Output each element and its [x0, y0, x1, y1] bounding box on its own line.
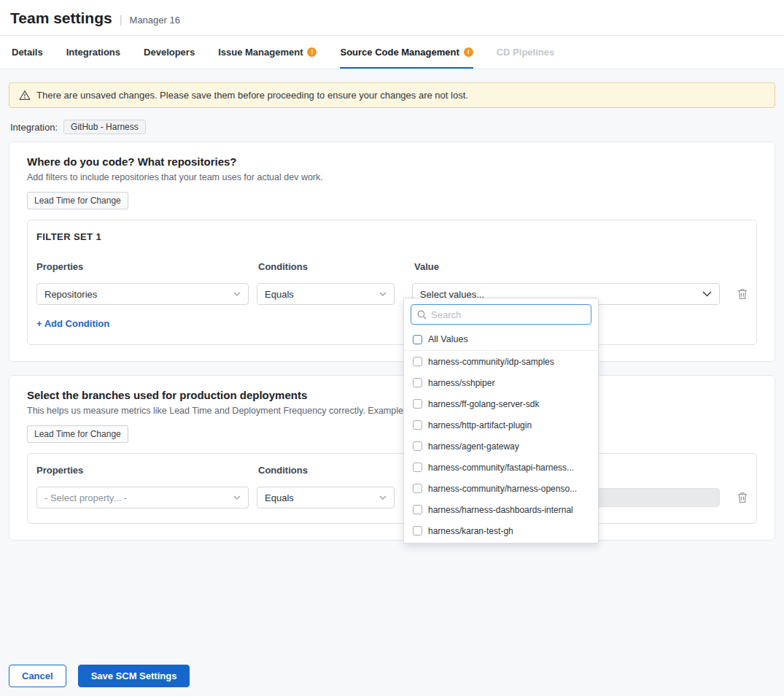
option-label: harness-community/fastapi-harness...	[428, 463, 574, 473]
chevron-down-icon	[702, 291, 712, 297]
dropdown-search-box	[411, 304, 591, 325]
warning-badge-icon: !	[307, 47, 317, 57]
checkbox-icon[interactable]	[413, 357, 422, 366]
branches-card-title: Select the branches used for production …	[27, 389, 757, 401]
property-select-value: Repositories	[44, 289, 97, 300]
branches-card-subtitle: This helps us measure metrics like Lead …	[27, 406, 757, 416]
repositories-card-subtitle: Add filters to include repositories that…	[27, 172, 757, 182]
integration-label: Integration:	[10, 122, 58, 133]
tab-issue-management[interactable]: Issue Management !	[218, 36, 317, 69]
repositories-card-title: Where do you code? What repositories?	[27, 155, 757, 168]
checkbox-icon[interactable]	[413, 526, 422, 535]
checkbox-icon[interactable]	[413, 484, 422, 493]
integration-chip[interactable]: GitHub - Harness	[63, 120, 146, 134]
tab-source-code-management[interactable]: Source Code Management !	[340, 36, 473, 69]
branches-filter-set: Properties Conditions - Select property.…	[27, 453, 757, 524]
dropdown-option[interactable]: harness/sshpiper	[404, 372, 598, 393]
filter-set-1: FILTER SET 1 Properties Conditions Value…	[27, 220, 757, 345]
integration-row: Integration: GitHub - Harness	[10, 120, 774, 134]
tab-label: Source Code Management	[340, 47, 459, 58]
page-subtitle: Manager 16	[130, 15, 180, 26]
tab-integrations[interactable]: Integrations	[66, 36, 120, 69]
condition-select[interactable]: Equals	[257, 283, 395, 305]
checkbox-icon[interactable]	[413, 335, 422, 344]
condition-select-value: Equals	[265, 289, 294, 300]
property-select-placeholder: - Select property... -	[44, 492, 127, 503]
search-input[interactable]	[431, 309, 585, 320]
option-label: harness/ff-golang-server-sdk	[428, 399, 540, 409]
dropdown-option[interactable]: harness-community/idp-samples	[404, 351, 598, 372]
option-label: harness/harness-dashboards-internal	[428, 505, 573, 515]
main-content: There are unsaved changes. Please save t…	[0, 82, 784, 541]
repositories-card: Where do you code? What repositories? Ad…	[9, 142, 775, 362]
checkbox-icon[interactable]	[413, 378, 422, 387]
footer-actions: Cancel Save SCM Settings	[9, 665, 190, 687]
add-condition-button[interactable]: + Add Condition	[36, 318, 109, 329]
chevron-down-icon	[233, 495, 241, 500]
lead-time-tag: Lead Time for Change	[27, 425, 128, 443]
property-select[interactable]: - Select property... -	[36, 487, 249, 509]
option-label: harness/http-artifact-plugin	[428, 420, 532, 430]
dropdown-option[interactable]: harness-community/fastapi-harness...	[404, 457, 598, 478]
search-icon	[417, 310, 427, 320]
values-dropdown-panel: All Values harness-community/idp-samples…	[403, 298, 599, 544]
chevron-down-icon	[379, 495, 387, 500]
column-label-conditions: Conditions	[258, 465, 397, 476]
title-separator: |	[120, 13, 123, 26]
dropdown-option[interactable]: harness/agent-gateway	[404, 436, 598, 457]
column-label-properties: Properties	[36, 261, 250, 272]
chevron-down-icon	[233, 292, 241, 296]
checkbox-icon[interactable]	[413, 420, 422, 430]
option-label: harness-community/idp-samples	[428, 357, 554, 367]
tab-cd-pipelines: CD Pipelines	[497, 36, 554, 69]
tab-label: Details	[12, 47, 43, 58]
page-title: Team settings	[10, 9, 112, 27]
filter-column-labels: Properties Conditions Value	[36, 261, 748, 272]
unsaved-changes-banner: There are unsaved changes. Please save t…	[9, 82, 775, 108]
column-label-properties: Properties	[36, 465, 250, 476]
option-label: harness/sshpiper	[428, 378, 494, 388]
tab-details[interactable]: Details	[12, 36, 43, 69]
all-values-option[interactable]: All Values	[404, 330, 598, 351]
checkbox-icon[interactable]	[413, 505, 422, 514]
checkbox-icon[interactable]	[413, 463, 422, 472]
dropdown-option[interactable]: harness/ff-golang-server-sdk	[404, 393, 598, 414]
filter-row: - Select property... - Equals	[36, 487, 748, 509]
tab-label: CD Pipelines	[497, 47, 554, 58]
chevron-down-icon	[379, 292, 387, 296]
cancel-button[interactable]: Cancel	[9, 665, 66, 687]
checkbox-icon[interactable]	[413, 441, 422, 451]
dropdown-option[interactable]: harness/harness-dashboards-internal	[404, 499, 598, 520]
branches-card: Select the branches used for production …	[9, 375, 775, 541]
save-scm-settings-button[interactable]: Save SCM Settings	[78, 665, 190, 687]
dropdown-option[interactable]: harness/http-artifact-plugin	[404, 414, 598, 436]
column-label-conditions: Conditions	[258, 261, 397, 272]
delete-filter-button[interactable]	[737, 492, 748, 503]
dropdown-option[interactable]: harness/...	[404, 541, 598, 544]
page-header: Team settings | Manager 16	[0, 0, 784, 36]
banner-text: There are unsaved changes. Please save t…	[36, 90, 468, 101]
tab-label: Integrations	[66, 47, 120, 58]
tab-label: Developers	[144, 47, 195, 58]
dropdown-search-wrap	[404, 298, 598, 330]
filter-row: Repositories Equals Select values...	[36, 283, 748, 305]
option-label: harness/agent-gateway	[428, 441, 519, 452]
option-label: harness/karan-test-gh	[428, 526, 513, 536]
condition-select-value: Equals	[265, 492, 294, 503]
tab-bar: Details Integrations Developers Issue Ma…	[0, 36, 784, 69]
option-label: harness-community/harness-openso...	[428, 484, 577, 494]
tab-developers[interactable]: Developers	[144, 36, 195, 69]
dropdown-option[interactable]: harness/karan-test-gh	[404, 520, 598, 541]
delete-filter-button[interactable]	[737, 288, 748, 300]
dropdown-option[interactable]: harness-community/harness-openso...	[404, 478, 598, 499]
tab-label: Issue Management	[218, 47, 303, 58]
lead-time-tag: Lead Time for Change	[27, 192, 128, 209]
column-label-value: Value	[414, 261, 724, 272]
warning-triangle-icon	[19, 90, 31, 101]
condition-select[interactable]: Equals	[257, 487, 395, 509]
property-select[interactable]: Repositories	[36, 283, 249, 305]
all-values-label: All Values	[428, 334, 468, 344]
filter-set-title: FILTER SET 1	[36, 231, 748, 242]
warning-badge-icon: !	[464, 47, 473, 57]
checkbox-icon[interactable]	[413, 399, 422, 409]
